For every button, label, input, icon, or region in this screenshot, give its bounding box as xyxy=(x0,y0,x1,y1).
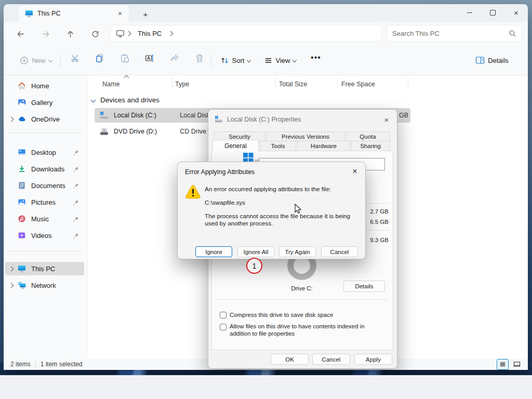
rename-button[interactable] xyxy=(141,52,158,64)
column-divider[interactable] xyxy=(275,77,275,89)
pin-icon xyxy=(73,216,79,222)
this-pc-icon xyxy=(25,9,33,18)
sidebar-item-documents[interactable]: Documents xyxy=(5,179,84,192)
ignore-all-button[interactable]: Ignore All xyxy=(237,246,274,257)
close-icon[interactable]: × xyxy=(381,114,392,125)
pin-icon xyxy=(73,233,79,238)
sort-label: Sort xyxy=(232,57,245,64)
sort-button[interactable]: Sort xyxy=(217,51,254,69)
details-pane-button[interactable]: Details xyxy=(470,51,514,69)
sidebar-item-pictures[interactable]: Pictures xyxy=(5,195,84,209)
maximize-button[interactable] xyxy=(481,4,504,21)
sidebar-item-music[interactable]: Music xyxy=(5,212,84,225)
details-view-toggle[interactable] xyxy=(497,359,509,370)
sidebar-item-videos[interactable]: Videos xyxy=(5,229,84,242)
navigation-bar: This PC Search This PC xyxy=(4,22,528,46)
expand-chevron-icon[interactable] xyxy=(9,267,16,271)
tab-this-pc[interactable]: This PC × xyxy=(19,5,129,22)
tab-quota[interactable]: Quota xyxy=(345,131,390,141)
compress-checkbox-label: Compress this drive to save disk space xyxy=(230,312,385,319)
minimize-button[interactable] xyxy=(458,4,481,21)
close-button[interactable]: × xyxy=(504,4,528,21)
share-button[interactable] xyxy=(166,52,183,64)
delete-button[interactable] xyxy=(191,52,208,64)
breadcrumb-chevron-icon xyxy=(168,31,174,36)
sidebar-item-label: Pictures xyxy=(31,198,73,206)
breadcrumb-this-pc[interactable]: This PC xyxy=(138,30,162,37)
tab-close-icon[interactable]: × xyxy=(115,9,125,18)
more-options-button[interactable]: ••• xyxy=(307,51,325,64)
copy-button[interactable] xyxy=(91,52,108,64)
index-checkbox[interactable] xyxy=(220,324,227,330)
error-dialog: Error Applying Attributes × An error occ… xyxy=(177,162,366,259)
sort-icon xyxy=(220,56,229,65)
column-divider[interactable] xyxy=(337,77,338,89)
gallery-icon xyxy=(18,98,26,107)
error-message-line1: An error occurred applying attributes to… xyxy=(205,185,361,193)
sidebar-item-gallery[interactable]: Gallery xyxy=(5,96,84,109)
sidebar-item-desktop[interactable]: Desktop xyxy=(5,145,84,159)
column-divider[interactable] xyxy=(172,77,172,89)
error-message-line2: The process cannot access the file becau… xyxy=(205,212,363,227)
chevron-down-icon xyxy=(48,58,52,62)
tab-previous-versions[interactable]: Previous Versions xyxy=(267,131,344,141)
breadcrumb-chevron-icon xyxy=(126,31,131,36)
expand-chevron-icon[interactable] xyxy=(9,284,16,287)
details-button[interactable]: Details xyxy=(343,281,385,292)
warning-icon xyxy=(184,184,202,200)
refresh-button[interactable] xyxy=(88,26,102,41)
column-header-free-space[interactable]: Free Space xyxy=(341,81,375,88)
back-button[interactable] xyxy=(13,26,28,41)
tab-tools[interactable]: Tools xyxy=(260,141,296,151)
collapse-chevron-icon[interactable] xyxy=(91,98,96,103)
column-header-name[interactable]: Name xyxy=(102,81,119,88)
sidebar-item-label: Home xyxy=(31,82,84,90)
forward-icon xyxy=(42,30,50,38)
tab-hardware[interactable]: Hardware xyxy=(297,141,350,151)
properties-dialog-titlebar[interactable]: Local Disk (C:) Properties xyxy=(215,114,301,125)
ok-button[interactable]: OK xyxy=(271,354,309,365)
column-header-type[interactable]: Type xyxy=(175,81,189,88)
ignore-button[interactable]: Ignore xyxy=(195,246,232,257)
forward-button[interactable] xyxy=(38,26,53,41)
drive-icon xyxy=(100,111,109,120)
details-label: Details xyxy=(488,57,509,64)
apply-button[interactable]: Apply xyxy=(354,354,392,365)
try-again-button[interactable]: Try Again xyxy=(279,246,316,257)
close-icon[interactable]: × xyxy=(350,166,360,177)
this-pc-icon xyxy=(18,264,26,273)
home-icon xyxy=(18,82,26,90)
sidebar-item-network[interactable]: Network xyxy=(5,278,84,292)
sidebar-item-onedrive[interactable]: OneDrive xyxy=(5,112,84,126)
item-count: 2 items xyxy=(10,361,31,368)
address-bar[interactable]: This PC xyxy=(110,25,382,42)
cancel-button[interactable]: Cancel xyxy=(321,246,358,257)
search-box[interactable]: Search This PC xyxy=(387,25,522,42)
up-button[interactable] xyxy=(63,26,77,41)
expand-chevron-icon[interactable] xyxy=(9,117,16,121)
compress-checkbox[interactable] xyxy=(220,312,227,318)
tab-title: This PC xyxy=(37,10,115,17)
column-header-total-size[interactable]: Total Size xyxy=(279,81,307,88)
toolbar-divider xyxy=(60,55,61,67)
cut-button[interactable] xyxy=(66,52,83,64)
tab-general[interactable]: General xyxy=(212,140,259,151)
column-divider[interactable] xyxy=(408,77,408,89)
taskbar: Search xyxy=(0,375,532,399)
paste-button[interactable] xyxy=(116,52,133,64)
icons-view-toggle[interactable] xyxy=(511,359,523,370)
pin-icon xyxy=(73,150,79,155)
trash-icon xyxy=(195,54,204,63)
chevron-down-icon xyxy=(247,58,251,62)
new-tab-button[interactable]: + xyxy=(140,8,151,20)
sidebar-item-home[interactable]: Home xyxy=(5,79,84,92)
tab-sharing[interactable]: Sharing xyxy=(351,141,390,151)
sidebar-item-this-pc[interactable]: This PC xyxy=(5,262,84,275)
new-button[interactable]: New xyxy=(16,51,56,69)
cancel-button[interactable]: Cancel xyxy=(312,354,350,365)
desktop-icon xyxy=(18,148,26,156)
view-button[interactable]: View xyxy=(261,51,299,69)
error-dialog-titlebar[interactable]: Error Applying Attributes xyxy=(185,167,255,176)
sidebar-item-downloads[interactable]: Downloads xyxy=(5,162,84,176)
group-devices-and-drives[interactable]: Devices and drives xyxy=(91,96,159,104)
